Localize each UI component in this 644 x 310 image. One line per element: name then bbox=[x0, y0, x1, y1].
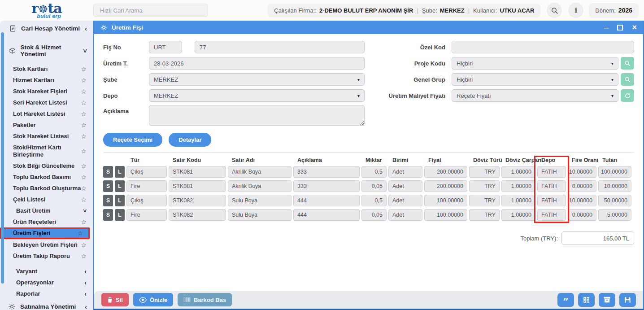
cell-aciklama[interactable]: 333 bbox=[293, 180, 360, 192]
rota-logo[interactable]: r☸ta bulut erp bbox=[31, 2, 62, 19]
seri-button[interactable]: S bbox=[103, 180, 113, 192]
sidebar-section-cari-hesap[interactable]: Cari Hesap Yönetimi ‹ bbox=[0, 22, 93, 35]
cell-birimi[interactable]: Adet bbox=[388, 209, 422, 221]
cell-fire-orani[interactable]: 0.00000 bbox=[568, 180, 596, 192]
cell-depo-3[interactable]: FATİH bbox=[537, 209, 566, 221]
star-icon[interactable]: ☆ bbox=[81, 174, 87, 181]
cell-aciklama[interactable]: 444 bbox=[293, 209, 360, 221]
onizle-button[interactable]: Önizle bbox=[133, 293, 173, 306]
sil-button[interactable]: Sil bbox=[101, 293, 129, 306]
sidebar-item-seri-hareket-listesi[interactable]: Seri Hareket Listesi☆ bbox=[0, 97, 93, 108]
cell-satir-kodu[interactable]: STK081 bbox=[169, 166, 226, 178]
star-icon[interactable]: ☆ bbox=[81, 133, 87, 140]
ozel-kod-input[interactable] bbox=[452, 41, 634, 53]
minimize-button[interactable]: – bbox=[604, 25, 608, 30]
cell-doviz-turu[interactable]: TRY bbox=[469, 195, 500, 206]
sidebar-item-stok-bilgi-guncelleme[interactable]: Stok Bilgi Güncelleme☆ bbox=[0, 160, 93, 171]
seri-button[interactable]: S bbox=[103, 195, 113, 206]
cell-miktar[interactable]: 0,05 bbox=[361, 209, 387, 221]
cell-fire-orani[interactable]: 0.00000 bbox=[568, 209, 596, 221]
notes-button[interactable]: ” bbox=[557, 293, 574, 307]
sidebar-item-stok-hareket-fisleri[interactable]: Stok Hareket Fişleri☆ bbox=[0, 86, 93, 97]
cell-miktar[interactable]: 0,5 bbox=[361, 195, 387, 206]
star-icon[interactable]: ☆ bbox=[81, 162, 87, 170]
star-icon[interactable]: ☆ bbox=[81, 185, 87, 192]
cell-tutari[interactable]: 5,00000 bbox=[598, 209, 631, 221]
maliyet-refresh-button[interactable] bbox=[621, 89, 634, 102]
cell-satir-kodu[interactable]: STK082 bbox=[169, 209, 226, 221]
sidebar-item-stok-hareket-listesi[interactable]: Stok Hareket Listesi☆ bbox=[0, 131, 93, 142]
cell-aciklama[interactable]: 333 bbox=[293, 166, 360, 178]
cell-tutari[interactable]: 100,00000 bbox=[598, 166, 631, 178]
star-icon[interactable]: ☆ bbox=[81, 122, 87, 129]
genel-grup-search-button[interactable] bbox=[621, 73, 634, 86]
star-icon[interactable]: ☆ bbox=[81, 77, 87, 84]
cell-fiyat[interactable]: 200.00000 bbox=[424, 166, 467, 178]
uretim-tarihi-input[interactable] bbox=[149, 57, 365, 70]
recete-secimi-button[interactable]: Reçete Seçimi bbox=[103, 133, 162, 147]
sidebar-section-stok-hizmet[interactable]: Stok & Hizmet Yönetimi ˅ bbox=[0, 41, 93, 61]
cell-fire-orani[interactable]: 10.00000 bbox=[568, 195, 596, 206]
cell-tutari[interactable]: 50,00000 bbox=[598, 195, 631, 206]
sidebar-item-toplu-barkod-olusturma[interactable]: Toplu Barkod Oluşturma☆ bbox=[0, 183, 93, 194]
cell-fiyat[interactable]: 100.00000 bbox=[424, 195, 467, 206]
lot-button[interactable]: L bbox=[115, 209, 125, 221]
star-icon[interactable]: ☆ bbox=[81, 88, 87, 95]
cell-doviz-turu[interactable]: TRY bbox=[469, 180, 500, 192]
cell-satir-kodu[interactable]: STK082 bbox=[169, 195, 226, 206]
sidebar-item-hizmet-kartlari[interactable]: Hizmet Kartları☆ bbox=[0, 74, 93, 86]
quick-search-input[interactable] bbox=[93, 4, 208, 17]
global-search-button[interactable] bbox=[547, 3, 562, 18]
sidebar-item-uretim-takip-raporu[interactable]: Üretim Takip Raporu☆ bbox=[0, 250, 93, 262]
proje-kodu-select[interactable]: Hiçbiri▾ bbox=[452, 57, 618, 70]
period-selector[interactable]: Dönem: 2026 bbox=[589, 3, 639, 18]
proje-kodu-search-button[interactable] bbox=[621, 57, 634, 70]
star-icon[interactable]: ☆ bbox=[81, 65, 87, 73]
cell-aciklama[interactable]: 444 bbox=[293, 195, 360, 206]
star-icon[interactable]: ☆ bbox=[77, 230, 83, 237]
cell-miktar[interactable]: 0,05 bbox=[361, 180, 387, 192]
fis-no-input[interactable] bbox=[195, 41, 365, 53]
star-icon[interactable]: ☆ bbox=[81, 253, 87, 260]
cell-tutari[interactable]: 10,00000 bbox=[598, 180, 631, 192]
cell-tur[interactable]: Çıkış bbox=[126, 166, 167, 178]
star-icon[interactable]: ☆ bbox=[81, 196, 87, 203]
fis-no-prefix-input[interactable] bbox=[149, 41, 182, 53]
qr-code-button[interactable] bbox=[578, 293, 595, 307]
cell-depo-1[interactable]: FATİH bbox=[537, 180, 566, 192]
info-button[interactable]: i bbox=[568, 3, 583, 18]
seri-button[interactable]: S bbox=[103, 209, 113, 221]
sidebar-item-lot-hareket-listesi[interactable]: Lot Hareket Listesi☆ bbox=[0, 108, 93, 119]
cell-birimi[interactable]: Adet bbox=[388, 180, 422, 192]
star-icon[interactable]: ☆ bbox=[81, 218, 87, 226]
cell-doviz-carpani[interactable]: 1.00000 bbox=[501, 195, 535, 206]
cell-depo-2[interactable]: FATİH bbox=[537, 195, 566, 206]
sidebar-group-raporlar[interactable]: Raporlar‹ bbox=[0, 288, 93, 299]
cell-fiyat[interactable]: 200.00000 bbox=[424, 180, 467, 192]
detaylar-button[interactable]: Detaylar bbox=[169, 133, 211, 147]
genel-grup-select[interactable]: Hiçbiri▾ bbox=[452, 73, 618, 86]
cell-tur[interactable]: Fire bbox=[126, 209, 167, 221]
uretim-maliyet-fiyati-select[interactable]: Reçete Fiyatı▾ bbox=[452, 89, 618, 102]
cell-doviz-turu[interactable]: TRY bbox=[469, 166, 500, 178]
star-icon[interactable]: ☆ bbox=[81, 110, 87, 118]
cell-satir-adi[interactable]: Sulu Boya bbox=[228, 195, 292, 206]
cell-birimi[interactable]: Adet bbox=[388, 195, 422, 206]
sidebar-item-ceki-listesi[interactable]: Çeki Listesi☆ bbox=[0, 194, 93, 205]
save-button[interactable] bbox=[619, 293, 636, 307]
cell-fiyat[interactable]: 100.00000 bbox=[424, 209, 467, 221]
cell-doviz-carpani[interactable]: 1.00000 bbox=[501, 209, 535, 221]
sidebar-scrollbar[interactable] bbox=[1, 32, 4, 284]
cell-tur[interactable]: Çıkış bbox=[126, 195, 167, 206]
sube-select[interactable]: MERKEZ▾ bbox=[149, 73, 365, 86]
cell-fire-orani[interactable]: 10.00000 bbox=[568, 166, 596, 178]
lot-button[interactable]: L bbox=[115, 195, 125, 206]
sidebar-group-basit-uretim[interactable]: Basit Üretim˅ bbox=[0, 205, 93, 216]
sidebar-item-toplu-barkod-basimi[interactable]: Toplu Barkod Basımı☆ bbox=[0, 171, 93, 183]
cell-satir-adi[interactable]: Akrilik Boya bbox=[228, 180, 292, 192]
barkod-bas-button[interactable]: Barkod Bas bbox=[178, 293, 232, 306]
star-icon[interactable]: ☆ bbox=[81, 99, 87, 106]
archive-button[interactable] bbox=[599, 293, 615, 307]
cell-satir-adi[interactable]: Sulu Boya bbox=[228, 209, 292, 221]
sidebar-item-stok-kartlari[interactable]: Stok Kartları☆ bbox=[0, 63, 93, 74]
